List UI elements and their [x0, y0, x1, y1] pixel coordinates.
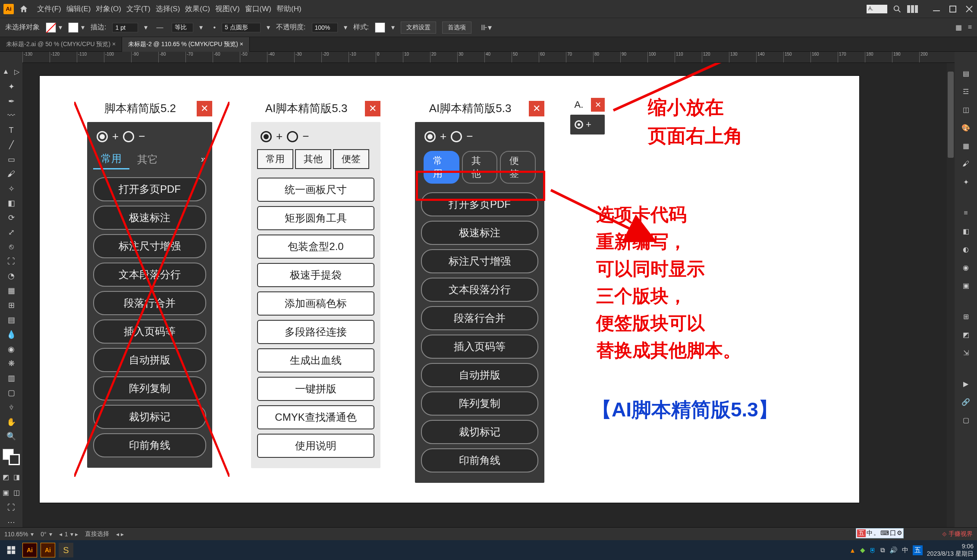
tray-network-icon[interactable]: ⧉ [880, 546, 885, 554]
stroke-color[interactable] [9, 454, 20, 465]
style-swatch[interactable] [375, 22, 385, 33]
minimize-icon[interactable] [932, 5, 941, 13]
magic-wand-tool[interactable]: ✦ [3, 80, 20, 93]
slice-tool[interactable]: ⎀ [3, 401, 20, 414]
panel3-tab-0[interactable]: 常用 [424, 151, 459, 184]
draw-behind-icon[interactable]: ◫ [11, 486, 22, 500]
taskbar-clock[interactable]: 9:06 2023/8/13 星期日 [927, 543, 974, 557]
gradient-mode-icon[interactable]: ◨ [11, 470, 22, 484]
color-swatches[interactable] [3, 449, 20, 465]
taskbar-app-icon[interactable]: S [59, 543, 73, 557]
eraser-tool[interactable]: ◧ [3, 197, 20, 210]
panel2-tab-1[interactable]: 其他 [295, 149, 331, 169]
panel1-btn-2[interactable]: 标注尺寸增强 [93, 234, 206, 258]
blend-tool[interactable]: ◉ [3, 343, 20, 356]
perspective-tool[interactable]: ▦ [3, 284, 20, 297]
canvas[interactable]: 脚本精简版5.2 ✕ + − 常用 其它 » 打开 [22, 63, 955, 529]
scrollbar-vertical[interactable] [947, 63, 955, 527]
symbol-sprayer-tool[interactable]: ❋ [3, 357, 20, 370]
gradient-tool[interactable]: ▤ [3, 313, 20, 326]
ime-keyboard-icon[interactable]: ⌨ [880, 529, 889, 537]
panel2-close-button[interactable]: ✕ [365, 101, 380, 116]
panel3-tab-1[interactable]: 其他 [462, 151, 498, 184]
panel3-btn-3[interactable]: 文本段落分行 [421, 278, 538, 302]
align-panel-icon[interactable]: ⊞ [959, 310, 973, 323]
stroke-swatch[interactable] [68, 22, 79, 33]
search-icon[interactable] [892, 4, 902, 14]
panel1-btn-1[interactable]: 极速标注 [93, 206, 206, 230]
rotation[interactable]: 0° [41, 531, 46, 538]
menu-edit[interactable]: 编辑(E) [66, 4, 91, 14]
panel2-btn-9[interactable]: 使用说明 [257, 434, 374, 458]
panel1-tab-common[interactable]: 常用 [93, 149, 129, 169]
appearance-panel-icon[interactable]: ◉ [959, 260, 973, 274]
pen-tool[interactable]: ✒ [3, 95, 20, 108]
radio-off-icon[interactable] [287, 131, 298, 142]
zoom-tool[interactable]: 🔍 [3, 430, 20, 443]
rectangle-tool[interactable]: ▭ [3, 153, 20, 166]
free-transform-tool[interactable]: ⛶ [3, 255, 20, 268]
artboards-panel-icon[interactable]: ▢ [959, 413, 973, 427]
panel2-btn-4[interactable]: 添加画稿色标 [257, 291, 374, 316]
panel3-btn-7[interactable]: 阵列复制 [421, 391, 538, 416]
arrange-docs-icon[interactable] [907, 4, 918, 14]
stroke-width-input[interactable] [112, 23, 138, 32]
transparency-panel-icon[interactable]: ◐ [959, 242, 973, 256]
align-icon[interactable]: ⊪▾ [481, 23, 492, 32]
rotate-tool[interactable]: ⟳ [3, 211, 20, 224]
libraries-panel-icon[interactable]: ◫ [959, 103, 973, 116]
properties-panel-icon[interactable]: ▤ [959, 66, 973, 80]
panel1-btn-9[interactable]: 印前角线 [93, 433, 206, 457]
panel2-tab-2[interactable]: 便签 [333, 149, 369, 169]
doc-tab-2[interactable]: 未标题-2 @ 110.65 % (CMYK/CPU 预览) × [122, 37, 250, 52]
close-icon[interactable] [965, 5, 974, 13]
tray-volume-icon[interactable]: 🔊 [889, 546, 898, 554]
pathfinder-panel-icon[interactable]: ◩ [959, 328, 973, 341]
more-icon[interactable]: » [201, 154, 206, 165]
ime-lang[interactable]: 中 [867, 529, 873, 537]
panel3-btn-9[interactable]: 印前角线 [421, 448, 538, 472]
swatches-panel-icon[interactable]: ▦ [959, 139, 973, 153]
radio-on-icon[interactable] [261, 131, 272, 142]
panel3-btn-0[interactable]: 打开多页PDF [421, 192, 538, 216]
prefs-button[interactable]: 首选项 [442, 22, 471, 34]
actions-panel-icon[interactable]: ▶ [959, 377, 973, 391]
shaper-tool[interactable]: ✧ [3, 182, 20, 195]
width-tool[interactable]: ⎋ [3, 241, 20, 253]
minimized-script-panel[interactable]: A. [867, 5, 887, 13]
maximize-icon[interactable] [949, 5, 957, 13]
transform-panel-icon[interactable]: ⇲ [959, 346, 973, 360]
ime-bar[interactable]: 五 中 。 ⌨ 囗 ⚙ [856, 528, 904, 538]
zoom-level[interactable]: 110.65% [4, 531, 28, 538]
panel2-btn-1[interactable]: 矩形圆角工具 [257, 206, 374, 230]
links-panel-icon[interactable]: 🔗 [959, 395, 973, 409]
menu-effect[interactable]: 效果(C) [185, 4, 210, 14]
taskbar-ai-1[interactable]: Ai [22, 543, 37, 557]
panel3-close-button[interactable]: ✕ [529, 101, 544, 116]
symbols-panel-icon[interactable]: ✦ [959, 175, 973, 189]
eyedropper-tool[interactable]: 💧 [3, 328, 20, 341]
opacity-input[interactable] [312, 23, 338, 32]
stroke-panel-icon[interactable]: ≡ [959, 206, 973, 220]
home-icon[interactable] [19, 4, 28, 14]
panel3-btn-5[interactable]: 插入页码等 [421, 335, 538, 359]
radio-on-icon[interactable] [424, 131, 436, 142]
panel2-btn-0[interactable]: 统一画板尺寸 [257, 178, 374, 202]
ime-settings-icon[interactable]: ⚙ [897, 529, 902, 537]
tray-security-icon[interactable]: ⛨ [870, 547, 876, 554]
optbar-menu-icon[interactable]: ≡ [968, 23, 972, 31]
color-panel-icon[interactable]: 🎨 [959, 121, 973, 135]
tray-icon-2[interactable]: ◆ [860, 546, 865, 554]
edit-toolbar-icon[interactable]: ⋯ [3, 516, 20, 529]
brush-input[interactable] [222, 23, 261, 32]
radio-off-icon[interactable] [451, 131, 462, 142]
mesh-tool[interactable]: ⊞ [3, 299, 20, 312]
ime-mode[interactable]: 五 [857, 529, 866, 537]
panel1-btn-3[interactable]: 文本段落分行 [93, 263, 206, 287]
menu-select[interactable]: 选择(S) [156, 4, 180, 14]
ime-punct[interactable]: 。 [873, 529, 880, 537]
panel2-btn-3[interactable]: 极速手提袋 [257, 263, 374, 287]
menu-window[interactable]: 窗口(W) [245, 4, 271, 14]
taskbar-ai-2[interactable]: Ai [41, 543, 55, 557]
tray-ime-zh[interactable]: 中 [902, 546, 908, 554]
